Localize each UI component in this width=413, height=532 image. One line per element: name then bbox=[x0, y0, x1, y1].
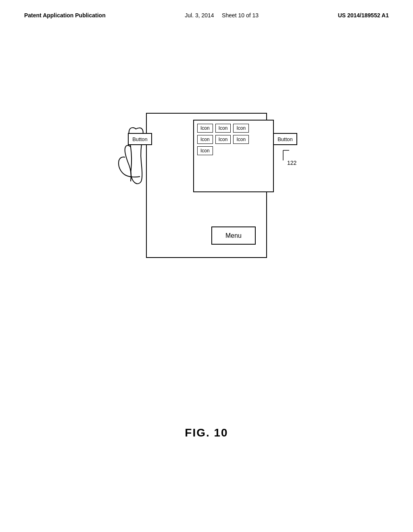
menu-label: Menu bbox=[225, 232, 242, 239]
page-header: Patent Application Publication Jul. 3, 2… bbox=[0, 0, 413, 19]
header-sheet: Sheet 10 of 13 bbox=[222, 12, 259, 19]
icon-1-3: Icon bbox=[233, 124, 249, 133]
right-button[interactable]: Button bbox=[273, 133, 297, 145]
icon-3-1: Icon bbox=[197, 146, 213, 155]
icon-1-1: Icon bbox=[197, 124, 213, 133]
icon-row-3: Icon bbox=[197, 146, 270, 155]
icon-row-2: Icon Icon Icon bbox=[197, 135, 270, 144]
icon-grid: Icon Icon Icon Icon Icon Icon Icon bbox=[193, 120, 274, 192]
header-date-sheet: Jul. 3, 2014 Sheet 10 of 13 bbox=[185, 12, 259, 19]
header-patent-number: US 2014/189552 A1 bbox=[338, 12, 389, 19]
right-button-label: Button bbox=[277, 136, 293, 142]
menu-button[interactable]: Menu bbox=[211, 227, 256, 245]
left-button[interactable]: Button bbox=[128, 133, 152, 145]
diagram-area: Icon Icon Icon Icon Icon Icon Icon Menu … bbox=[106, 113, 307, 274]
left-button-label: Button bbox=[132, 136, 148, 142]
header-date: Jul. 3, 2014 bbox=[185, 12, 214, 19]
reference-annotation: 122 bbox=[279, 148, 311, 174]
icon-2-2: Icon bbox=[215, 135, 231, 144]
device-frame: Icon Icon Icon Icon Icon Icon Icon Menu bbox=[146, 113, 267, 258]
icon-row-1: Icon Icon Icon bbox=[197, 124, 270, 133]
ref-number-label: 122 bbox=[287, 160, 296, 166]
figure-caption: FIG. 10 bbox=[185, 426, 228, 439]
icon-2-3: Icon bbox=[233, 135, 249, 144]
icon-2-1: Icon bbox=[197, 135, 213, 144]
header-publication-label: Patent Application Publication bbox=[24, 12, 106, 19]
icon-1-2: Icon bbox=[215, 124, 231, 133]
